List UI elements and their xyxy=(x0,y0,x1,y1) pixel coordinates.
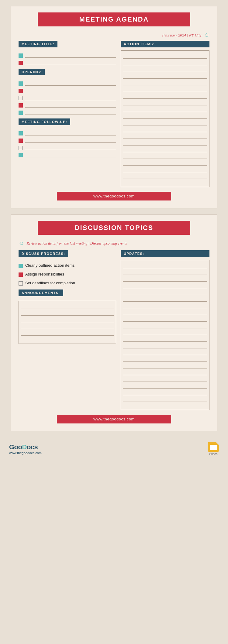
checkbox-line xyxy=(25,138,116,143)
line-row xyxy=(21,302,114,309)
line-row xyxy=(123,179,207,186)
line-row xyxy=(123,375,207,382)
discussion-subtitle-text: Review action items from the last meetin… xyxy=(26,241,127,246)
meeting-agenda-two-col: MEETING TITLE: xyxy=(19,41,209,187)
action-items-bar: ACTION ITEMS: xyxy=(121,41,209,47)
discussion-subtitle: ☺ Review action items from the last meet… xyxy=(19,240,209,247)
list-item-text: Set deadlines for completion xyxy=(25,281,75,286)
meeting-agenda-title: MEETING AGENDA xyxy=(38,12,190,26)
discussion-two-col: DISCUSS PROGRESS: Clearly outlined actio… xyxy=(19,250,209,410)
followup-section: MEETING FOLLOW-UP: xyxy=(19,118,116,157)
slides-rect xyxy=(208,442,219,452)
updates-bar: UPDATES: xyxy=(121,250,209,257)
checkbox-line xyxy=(25,95,116,100)
line-row xyxy=(123,59,207,65)
line-row xyxy=(123,92,207,99)
meeting-title-section: MEETING TITLE: xyxy=(19,41,116,65)
line-row xyxy=(123,362,207,368)
line-row xyxy=(123,389,207,395)
checkbox-red xyxy=(19,139,23,143)
checkbox-item xyxy=(19,110,116,115)
line-row xyxy=(123,65,207,72)
line-row xyxy=(123,288,207,295)
checkbox-item xyxy=(19,138,116,143)
line-row xyxy=(123,119,207,125)
right-column: ACTION ITEMS: xyxy=(121,41,209,187)
discussion-right-col: UPDATES: xyxy=(121,250,209,410)
gooddocs-url: www.thegoodocs.com xyxy=(9,451,42,455)
checkbox-line xyxy=(25,60,116,65)
line-row xyxy=(123,139,207,146)
line-row xyxy=(123,335,207,342)
opening-bar: OPENING: xyxy=(19,69,45,75)
discussion-left-col: DISCUSS PROGRESS: Clearly outlined actio… xyxy=(19,250,116,410)
line-row xyxy=(123,308,207,315)
card1-footer: www.thegoodocs.com xyxy=(57,192,171,200)
discussion-topics-card: DISCUSSION TOPICS ☺ Review action items … xyxy=(11,214,217,431)
checkbox-item xyxy=(19,95,116,100)
line-row xyxy=(123,382,207,389)
left-column: MEETING TITLE: xyxy=(19,41,116,187)
meeting-title-bar: MEETING TITLE: xyxy=(19,41,57,47)
checkbox-line xyxy=(25,110,116,115)
date-location-row: February 2024 | NY City ☺ xyxy=(19,32,209,38)
checkbox-line xyxy=(25,152,116,157)
branding-row: GooDocs www.thegoodocs.com Slides xyxy=(0,437,228,460)
checkbox-teal xyxy=(19,53,23,58)
line-row xyxy=(123,79,207,85)
checkbox-white xyxy=(19,281,23,286)
list-item-text: Assign responsibilities xyxy=(25,272,64,277)
checkbox-item xyxy=(19,53,116,58)
line-row xyxy=(123,275,207,282)
line-row xyxy=(123,52,207,59)
list-item: Clearly outlined action items xyxy=(19,263,116,268)
checkbox-teal xyxy=(19,131,23,135)
line-row xyxy=(123,262,207,268)
checkbox-item xyxy=(19,60,116,65)
date-location-text: February 2024 | NY City xyxy=(162,33,201,38)
line-row xyxy=(123,342,207,348)
checkbox-red xyxy=(19,272,23,277)
updates-lines xyxy=(121,260,209,410)
line-row xyxy=(123,282,207,288)
checkbox-line xyxy=(25,145,116,150)
checkbox-item xyxy=(19,131,116,135)
line-row xyxy=(123,152,207,159)
smiley-icon: ☺ xyxy=(204,32,209,38)
followup-bar: MEETING FOLLOW-UP: xyxy=(19,118,70,125)
opening-section: OPENING: xyxy=(19,69,116,115)
line-row xyxy=(21,336,114,342)
checkbox-teal xyxy=(19,111,23,115)
line-row xyxy=(123,99,207,105)
checkbox-line xyxy=(25,53,116,58)
line-row xyxy=(123,402,207,409)
checkbox-line xyxy=(25,88,116,93)
checkbox-teal xyxy=(19,81,23,86)
line-row xyxy=(21,329,114,336)
action-items-lines xyxy=(121,50,209,187)
discuss-progress-bar: DISCUSS PROGRESS: xyxy=(19,250,68,257)
line-row xyxy=(123,146,207,152)
checkbox-red xyxy=(19,103,23,108)
checkbox-item xyxy=(19,152,116,157)
line-row xyxy=(123,355,207,362)
line-row xyxy=(123,172,207,179)
slides-icon: Slides xyxy=(208,442,219,456)
line-row xyxy=(123,328,207,335)
line-row xyxy=(123,295,207,302)
announcements-section: ANNOUNCEMENTS: xyxy=(19,289,116,344)
line-row xyxy=(123,72,207,79)
announcements-lines xyxy=(19,301,116,344)
announcements-bar: ANNOUNCEMENTS: xyxy=(19,289,63,296)
discuss-progress-section: DISCUSS PROGRESS: Clearly outlined actio… xyxy=(19,250,116,286)
meeting-agenda-card: MEETING AGENDA February 2024 | NY City ☺… xyxy=(11,6,217,208)
checkbox-item xyxy=(19,88,116,93)
line-row xyxy=(123,112,207,119)
line-row xyxy=(21,316,114,322)
line-row xyxy=(123,132,207,139)
line-row xyxy=(123,159,207,166)
line-row xyxy=(123,368,207,375)
logo-prefix: Goo xyxy=(9,443,22,451)
checkbox-line xyxy=(25,103,116,108)
line-row xyxy=(21,322,114,329)
